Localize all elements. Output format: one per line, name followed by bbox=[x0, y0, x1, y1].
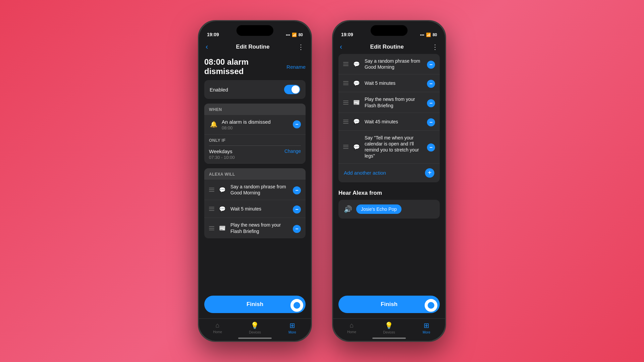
devices-icon-right: 💡 bbox=[385, 321, 393, 329]
right-action-left-2: 📰 Play the news from your Flash Briefing bbox=[343, 96, 427, 108]
tab-home-left[interactable]: ⌂ Home bbox=[199, 321, 236, 334]
drag-handle-0 bbox=[209, 188, 214, 192]
alarm-trigger-item[interactable]: 🔔 An alarm is dismissed 08:00 − bbox=[204, 115, 306, 135]
right-main-scroll[interactable]: 💬 Say a random phrase from Good Morning … bbox=[333, 54, 445, 292]
alexa-circle-right bbox=[424, 298, 438, 313]
menu-button-left[interactable]: ⋮ bbox=[298, 43, 304, 51]
finish-container-right: Finish bbox=[333, 292, 445, 318]
hear-from-title: Hear Alexa from bbox=[338, 187, 440, 200]
action-left-2: 📰 Play the news from your Flash Briefing bbox=[209, 222, 293, 234]
signal-icon-left: ▪▪▪ bbox=[286, 33, 290, 37]
actions-section-right: 💬 Say a random phrase from Good Morning … bbox=[338, 54, 440, 182]
right-remove-2[interactable]: − bbox=[427, 99, 435, 107]
nav-header-right: ‹ Edit Routine ⋮ bbox=[333, 39, 445, 54]
home-indicator-right bbox=[372, 338, 406, 339]
right-drag-3 bbox=[343, 120, 348, 124]
right-remove-3[interactable]: − bbox=[427, 118, 435, 126]
battery-left: 80 bbox=[299, 33, 303, 37]
tab-home-right[interactable]: ⌂ Home bbox=[333, 321, 370, 334]
enabled-toggle[interactable] bbox=[284, 85, 300, 94]
enabled-toggle-row: Enabled bbox=[204, 80, 306, 99]
time-right: 19:09 bbox=[341, 32, 353, 37]
right-action-icon-4: 💬 bbox=[352, 142, 361, 152]
back-button-right[interactable]: ‹ bbox=[340, 43, 342, 51]
more-icon-right: ⊞ bbox=[424, 321, 429, 329]
wifi-icon-left: 📶 bbox=[292, 33, 297, 37]
right-action-text-1: Wait 5 minutes bbox=[365, 80, 427, 86]
remove-action-2[interactable]: − bbox=[293, 225, 301, 233]
action-right-1: − bbox=[293, 204, 301, 214]
devices-icon-left: 💡 bbox=[251, 321, 259, 329]
right-action-3[interactable]: 💬 Wait 45 minutes − bbox=[338, 113, 440, 131]
left-phone: 19:09 ▪▪▪ 📶 80 ‹ Edit Routine ⋮ 08:00 al… bbox=[198, 20, 312, 342]
left-main-scroll[interactable]: 08:00 alarm dismissed Rename Enabled WHE… bbox=[199, 54, 311, 292]
only-if-section: ONLY IF Weekdays 07:30 - 10:00 Change bbox=[204, 135, 306, 164]
right-action-1[interactable]: 💬 Wait 5 minutes − bbox=[338, 74, 440, 92]
alexa-dot-left bbox=[293, 302, 300, 309]
status-icons-left: ▪▪▪ 📶 80 bbox=[286, 33, 303, 37]
right-remove-1[interactable]: − bbox=[427, 80, 435, 88]
alarm-info: An alarm is dismissed 08:00 bbox=[222, 119, 271, 130]
dynamic-island-left bbox=[236, 25, 273, 36]
alexa-will-label: ALEXA WILL bbox=[209, 172, 235, 177]
drag-handle-2 bbox=[209, 226, 214, 230]
remove-action-0[interactable]: − bbox=[293, 186, 301, 194]
remove-action-1[interactable]: − bbox=[293, 205, 301, 214]
tab-more-right[interactable]: ⊞ More bbox=[408, 321, 445, 334]
device-chip[interactable]: Josie's Echo Pop bbox=[356, 204, 401, 214]
left-screen: 19:09 ▪▪▪ 📶 80 ‹ Edit Routine ⋮ 08:00 al… bbox=[199, 21, 311, 341]
remove-alarm-button[interactable]: − bbox=[293, 120, 301, 128]
action-item-2[interactable]: 📰 Play the news from your Flash Briefing… bbox=[204, 218, 306, 238]
time-range-label: 07:30 - 10:00 bbox=[209, 155, 235, 160]
right-drag-4 bbox=[343, 145, 348, 149]
action-left-0: 💬 Say a random phrase from Good Morning bbox=[209, 184, 293, 196]
right-remove-4[interactable]: − bbox=[427, 143, 435, 152]
right-action-icon-3: 💬 bbox=[352, 117, 361, 126]
home-label-left: Home bbox=[213, 330, 222, 334]
right-phone: 19:09 ▪▪▪ 📶 80 ‹ Edit Routine ⋮ bbox=[332, 20, 446, 342]
right-action-text-3: Wait 45 minutes bbox=[365, 119, 427, 125]
tab-devices-right[interactable]: 💡 Devices bbox=[370, 321, 408, 334]
hear-from-section: Hear Alexa from 🔊 Josie's Echo Pop bbox=[338, 187, 440, 219]
right-action-text-2: Play the news from your Flash Briefing bbox=[365, 96, 427, 108]
change-button[interactable]: Change bbox=[284, 148, 301, 154]
time-left: 19:09 bbox=[207, 32, 219, 37]
alarm-sub: 08:00 bbox=[222, 125, 271, 130]
wifi-icon-right: 📶 bbox=[426, 33, 431, 37]
tab-devices-left[interactable]: 💡 Devices bbox=[236, 321, 273, 334]
alarm-trigger-left: 🔔 An alarm is dismissed 08:00 bbox=[209, 119, 271, 130]
menu-button-right[interactable]: ⋮ bbox=[432, 43, 438, 51]
right-action-2[interactable]: 📰 Play the news from your Flash Briefing… bbox=[338, 92, 440, 113]
alarm-title: An alarm is dismissed bbox=[222, 119, 271, 125]
right-content: ‹ Edit Routine ⋮ 💬 bbox=[333, 39, 445, 341]
alexa-will-header: ALEXA WILL bbox=[204, 168, 306, 180]
back-button-left[interactable]: ‹ bbox=[206, 43, 208, 51]
add-action-button[interactable]: + bbox=[425, 168, 434, 178]
action-item-0[interactable]: 💬 Say a random phrase from Good Morning … bbox=[204, 180, 306, 200]
only-if-info: Weekdays 07:30 - 10:00 bbox=[209, 148, 235, 160]
routine-title: 08:00 alarm dismissed bbox=[204, 57, 286, 76]
alexa-will-section: ALEXA WILL 💬 Say a random phrase from Go… bbox=[204, 168, 306, 238]
action-text-0: Say a random phrase from Good Morning bbox=[230, 184, 293, 196]
alexa-circle-left bbox=[289, 298, 304, 313]
right-action-0[interactable]: 💬 Say a random phrase from Good Morning … bbox=[338, 54, 440, 74]
tab-more-left[interactable]: ⊞ More bbox=[274, 321, 311, 334]
alarm-icon: 🔔 bbox=[209, 120, 218, 129]
echo-device-icon: 🔊 bbox=[344, 205, 352, 213]
home-icon-left: ⌂ bbox=[216, 321, 220, 329]
drag-handle-1 bbox=[209, 207, 214, 211]
right-action-left-3: 💬 Wait 45 minutes bbox=[343, 117, 427, 126]
action-item-1[interactable]: 💬 Wait 5 minutes − bbox=[204, 200, 306, 218]
right-action-text-4: Say "Tell me when your calendar is open … bbox=[365, 135, 427, 159]
devices-label-left: Devices bbox=[249, 330, 261, 334]
more-icon-left: ⊞ bbox=[289, 321, 295, 329]
right-action-icon-0: 💬 bbox=[352, 59, 361, 69]
more-label-right: More bbox=[423, 330, 430, 334]
enabled-label: Enabled bbox=[210, 87, 228, 93]
add-action-row[interactable]: Add another action + bbox=[338, 164, 440, 182]
right-remove-0[interactable]: − bbox=[427, 61, 435, 69]
when-header: WHEN bbox=[204, 104, 306, 115]
action-text-2: Play the news from your Flash Briefing bbox=[230, 222, 293, 234]
right-action-4[interactable]: 💬 Say "Tell me when your calendar is ope… bbox=[338, 131, 440, 164]
rename-button[interactable]: Rename bbox=[286, 64, 306, 70]
